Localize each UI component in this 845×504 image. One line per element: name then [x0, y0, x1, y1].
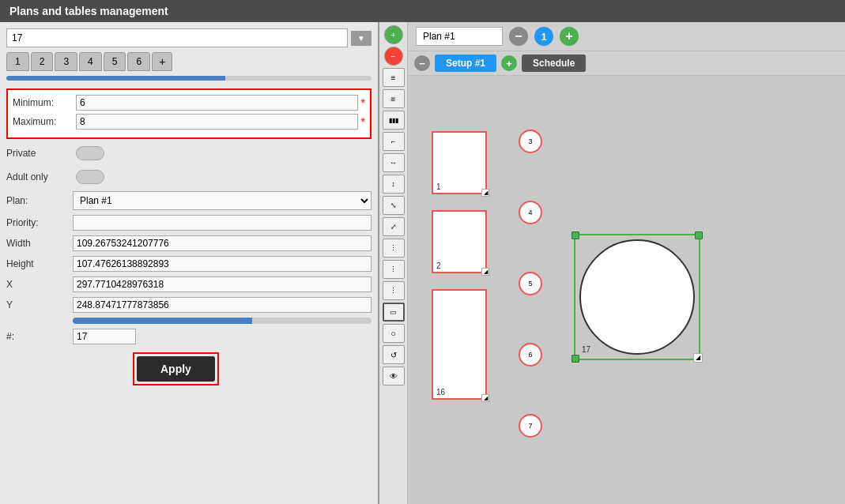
app-title: Plans and tables management	[9, 5, 168, 17]
app-container: Plans and tables management 17 ▼ 1 2 3 4…	[0, 0, 845, 504]
minimum-label: Minimum:	[13, 97, 76, 108]
tab-1[interactable]: 1	[6, 52, 29, 71]
toolbar-remove-btn[interactable]: −	[384, 47, 403, 66]
plan-name-input[interactable]	[416, 27, 503, 46]
table-16-resize[interactable]: ◢	[481, 394, 489, 402]
table-16[interactable]: 16 ◢	[432, 289, 487, 400]
tab-3[interactable]: 3	[55, 52, 77, 71]
dropdown-arrow-btn[interactable]: ▼	[351, 31, 372, 46]
private-label: Private	[6, 148, 70, 159]
toolbar-resize2-btn[interactable]: ⤢	[383, 217, 405, 236]
toolbar-vlines3-btn[interactable]: ⋮	[383, 281, 405, 300]
schedule-btn[interactable]: Schedule	[522, 55, 586, 72]
toolbar-rotate-tool-btn[interactable]: ↺	[383, 345, 405, 364]
plan-add-btn[interactable]: +	[560, 27, 579, 46]
apply-button[interactable]: Apply	[137, 356, 215, 382]
table-1-label: 1	[436, 182, 441, 191]
table-2[interactable]: 2 ◢	[432, 210, 487, 273]
apply-container: Apply	[6, 352, 372, 386]
hash-row: #:	[6, 329, 372, 344]
toolbar-lines1-btn[interactable]: ≡	[383, 68, 405, 87]
toolbar-circle-tool-btn[interactable]: ○	[383, 324, 405, 343]
table-2-resize[interactable]: ◢	[481, 268, 489, 276]
toolbar-rect-tool-btn[interactable]: ▭	[383, 303, 405, 322]
toolbar-eye-tool-btn[interactable]: 👁	[383, 367, 405, 386]
canvas-header: − 1 +	[408, 22, 845, 51]
title-bar: Plans and tables management	[0, 0, 845, 22]
toolbar-vlines2-btn[interactable]: ⋮	[383, 260, 405, 279]
adult-only-label: Adult only	[6, 171, 70, 182]
x-row: X	[6, 276, 372, 292]
table-1-resize[interactable]: ◢	[481, 189, 489, 197]
tab-5[interactable]: 5	[104, 52, 126, 71]
x-label: X	[6, 279, 70, 290]
scroll-indicator	[6, 76, 372, 81]
minimum-required: *	[361, 96, 365, 109]
private-toggle[interactable]	[76, 146, 104, 160]
toolbar-expand-btn[interactable]: ↔	[383, 153, 405, 172]
maximum-input[interactable]	[76, 114, 358, 130]
adult-only-toggle[interactable]	[76, 170, 104, 184]
height-input[interactable]	[73, 256, 372, 272]
chair-4[interactable]: 4	[519, 201, 542, 224]
table-17-label: 17	[582, 345, 590, 354]
adult-only-row: Adult only	[6, 167, 372, 186]
setup-btn[interactable]: Setup #1	[435, 55, 496, 72]
handle-tr[interactable]	[695, 231, 703, 239]
tabs-row: 1 2 3 4 5 6 +	[6, 52, 372, 71]
private-row: Private	[6, 144, 372, 163]
width-input[interactable]	[73, 235, 372, 251]
canvas-main[interactable]: 1 ◢ 2 ◢ 16 ◢ 3 4 5	[408, 76, 845, 504]
table-1[interactable]: 1 ◢	[432, 131, 487, 194]
toolbar-add-btn[interactable]: +	[384, 25, 403, 44]
table-17-selection-box[interactable]: 17 ◢	[574, 234, 700, 360]
y-row: Y	[6, 297, 372, 313]
height-label: Height	[6, 258, 70, 269]
chair-7[interactable]: 7	[519, 414, 542, 438]
table-17-circle	[579, 239, 695, 355]
width-row: Width	[6, 235, 372, 251]
tab-4[interactable]: 4	[79, 52, 102, 71]
plan-row: Plan: Plan #1	[6, 191, 372, 210]
toolbar-resize1-btn[interactable]: ⤡	[383, 196, 405, 215]
tab-2[interactable]: 2	[31, 52, 54, 71]
chair-6[interactable]: 6	[519, 343, 542, 367]
setup-remove-btn[interactable]: −	[414, 55, 430, 71]
plan-remove-btn[interactable]: −	[509, 27, 528, 46]
toolbar-lines2-btn[interactable]: ≡	[383, 89, 405, 108]
hash-input[interactable]	[73, 329, 136, 344]
y-input[interactable]	[73, 297, 372, 313]
hash-label: #:	[6, 331, 70, 342]
table-2-label: 2	[436, 261, 441, 270]
apply-box: Apply	[133, 352, 219, 386]
tab-6[interactable]: 6	[127, 52, 150, 71]
chair-5[interactable]: 5	[519, 272, 542, 295]
min-max-box: Minimum: * Maximum: *	[6, 88, 372, 139]
priority-label: Priority:	[6, 217, 70, 228]
slider-row	[6, 318, 372, 324]
toolbar-collapse-btn[interactable]: ↕	[383, 175, 405, 194]
x-input[interactable]	[73, 276, 372, 292]
priority-input[interactable]	[73, 215, 372, 231]
tab-add[interactable]: +	[152, 52, 172, 71]
item-dropdown[interactable]: 17	[6, 28, 348, 47]
canvas-area: − 1 + − Setup #1 + Schedule 1 ◢	[408, 22, 845, 504]
handle-bl[interactable]	[572, 355, 579, 363]
left-panel: 17 ▼ 1 2 3 4 5 6 + Minimum:	[0, 22, 379, 504]
setup-add-btn[interactable]: +	[501, 55, 517, 71]
width-label: Width	[6, 238, 70, 249]
plan-select[interactable]: Plan #1	[73, 191, 372, 210]
toolbar-vlines1-btn[interactable]: ⋮	[383, 239, 405, 258]
vertical-toolbar: + − ≡ ≡ ▮▮▮ ⌐ ↔ ↕ ⤡ ⤢ ⋮ ⋮ ⋮ ▭ ○ ↺ 👁	[379, 22, 408, 504]
chair-3[interactable]: 3	[519, 130, 542, 153]
maximum-required: *	[361, 115, 365, 128]
table-16-label: 16	[436, 388, 445, 397]
main-area: 17 ▼ 1 2 3 4 5 6 + Minimum:	[0, 22, 845, 504]
slider-track[interactable]	[73, 318, 372, 324]
table-17-resize[interactable]: ◢	[693, 353, 703, 363]
toolbar-bars-btn[interactable]: ▮▮▮	[383, 111, 405, 130]
minimum-input[interactable]	[76, 95, 358, 111]
handle-tl[interactable]	[572, 231, 579, 239]
y-label: Y	[6, 299, 70, 310]
toolbar-corner-btn[interactable]: ⌐	[383, 132, 405, 151]
